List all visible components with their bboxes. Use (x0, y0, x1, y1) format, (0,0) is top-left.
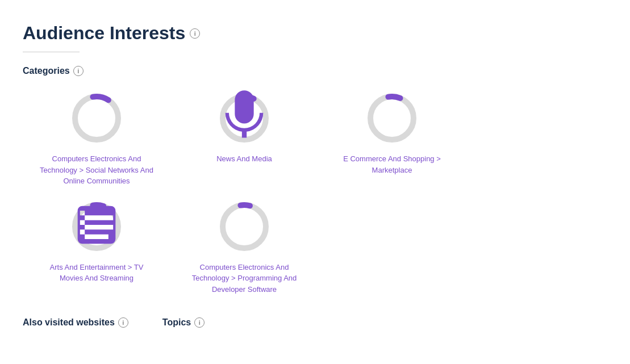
donut-chart (364, 90, 420, 147)
also-visited-label: Also visited websites (23, 317, 115, 328)
category-label: Computers Electronics And Technology > P… (187, 262, 301, 295)
category-item: Computers Electronics And Technology > P… (170, 198, 318, 295)
title-divider (23, 52, 80, 52)
microphone-icon (216, 88, 273, 148)
categories-info-icon[interactable]: i (73, 66, 84, 76)
donut-chart (216, 90, 273, 147)
category-item: E Commerce And Shopping > Marketplace (318, 90, 466, 187)
also-visited-info-icon[interactable]: i (118, 317, 128, 328)
category-label: Computers Electronics And Technology > S… (40, 153, 153, 187)
page-title: Audience Interests i (23, 23, 607, 44)
category-item: Computers Electronics And Technology > S… (23, 90, 170, 187)
topics-title: Topics i (162, 317, 205, 328)
topics-info-icon[interactable]: i (194, 317, 205, 328)
svg-point-5 (367, 93, 417, 143)
categories-section-title: Categories i (23, 66, 607, 76)
svg-point-9 (219, 201, 269, 251)
svg-point-1 (72, 93, 122, 143)
categories-grid: Computers Electronics And Technology > S… (23, 90, 607, 306)
category-label: E Commerce And Shopping > Marketplace (335, 153, 449, 175)
svg-point-0 (75, 97, 118, 140)
topics-label: Topics (162, 317, 191, 328)
page-title-text: Audience Interests (23, 23, 185, 44)
bottom-section: Also visited websites i Topics i (23, 317, 607, 328)
category-item: Arts And Entertainment > TV Movies And S… (23, 198, 170, 295)
categories-label: Categories (23, 66, 70, 76)
donut-chart (68, 90, 125, 147)
svg-point-8 (223, 205, 266, 248)
page-title-info-icon[interactable]: i (190, 28, 200, 39)
donut-chart (216, 198, 273, 255)
svg-point-4 (370, 97, 414, 140)
category-label: Arts And Entertainment > TV Movies And S… (40, 262, 153, 284)
film-icon (68, 196, 125, 257)
category-item: News And Media (170, 90, 318, 187)
category-label: News And Media (216, 153, 272, 165)
donut-chart (68, 198, 125, 255)
also-visited-title: Also visited websites i (23, 317, 128, 328)
